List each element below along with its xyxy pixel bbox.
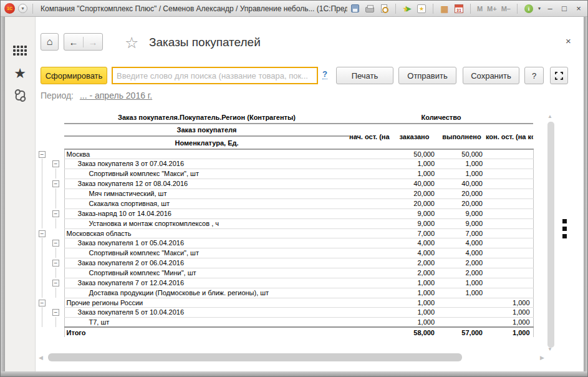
collapse-icon[interactable]: − [52,180,59,187]
report-row[interactable]: −Заказ покупателя 12 от 08.04.201640,000… [37,179,533,188]
report-row[interactable]: Скакалка спортивная, шт20,00020,000 [37,198,533,208]
memory-m-minus-button[interactable]: М– [501,5,511,12]
help-button[interactable]: ? [524,67,544,84]
cell-done: 20,000 [438,188,486,198]
cell-ordered: 50,000 [391,149,438,159]
collapse-icon[interactable]: − [52,160,59,167]
fullscreen-button[interactable] [550,67,568,84]
more-options-icon[interactable] [562,219,567,238]
vscroll-down-icon[interactable]: ▼ [547,346,552,352]
report-row[interactable]: Т7, шт1,0001,000 [37,317,533,327]
tree-connector [55,288,56,298]
cell-ordered: 4,000 [391,238,438,248]
tree-cell [37,248,51,258]
report-row[interactable]: −Заказ покупателя 7 от 12.04.20161,0001,… [37,278,533,288]
report-row[interactable]: −Московская область7,0007,000 [37,228,533,238]
cell-ordered: 20,000 [391,188,438,198]
collapse-icon[interactable]: − [52,309,59,316]
home-button[interactable]: ⌂ [41,33,59,51]
cell-start [349,149,391,159]
save-icon[interactable] [350,4,360,14]
vertical-scrollbar[interactable] [547,122,554,348]
back-icon[interactable]: ← [64,37,84,47]
cell-ordered: 9,000 [391,208,438,218]
collapse-icon[interactable]: − [52,280,59,286]
report-row[interactable]: −Заказ покупателя 3 от 07.04.20161,0001,… [37,159,533,169]
header-col-end: кон. ост. (на конец) [486,124,533,149]
collapse-icon[interactable]: − [39,230,46,237]
report-row[interactable]: Спортивный комплекс "Мини", шт2,0002,000 [37,268,533,278]
report-row[interactable]: −Заказ покупателя 1 от 05.04.20164,0004,… [37,238,533,248]
maximize-button[interactable]: □ [559,4,569,12]
calendar-icon[interactable]: 31 [454,4,464,14]
report-row[interactable]: −Заказ-наряд 10 от 14.04.20169,0009,000 [37,208,533,218]
forward-icon[interactable]: → [84,37,102,47]
row-label: Установка и монтаж спорткомплексов , ч [64,218,349,228]
cell-start [349,218,391,228]
application-window: 1С ▾ Компания "Спорткомплекс Плюс" / Сем… [0,0,588,377]
print-button[interactable]: Печать [336,67,393,84]
tree-connector [42,179,42,188]
form-close-icon[interactable]: × [566,36,571,46]
add-favorite-icon[interactable]: ➤ [402,4,412,14]
cell-start [349,159,391,169]
report-row[interactable]: Спортивный комплекс "Макси", шт1,0001,00… [37,169,533,179]
memory-m-plus-button[interactable]: М+ [487,5,497,12]
total-done: 57,000 [438,327,486,337]
search-input[interactable] [112,67,318,84]
vscroll-up-icon[interactable]: ▲ [547,114,552,119]
favorite-star-icon[interactable]: ☆ [125,34,138,52]
send-button[interactable]: Отправить [398,67,456,84]
calculator-icon[interactable]: ▦ [440,4,450,14]
tree-connector [42,169,42,179]
tree-connector [42,278,42,288]
print-icon[interactable] [365,4,375,14]
collapse-icon[interactable]: − [52,210,59,217]
favorites-icon[interactable]: ★ [417,4,427,14]
collapse-icon[interactable]: − [52,260,59,267]
print-preview-icon[interactable] [379,4,389,14]
cell-ordered: 1,000 [391,317,438,327]
report-row[interactable]: Спортивный комплекс "Макси", шт4,0004,00… [37,248,533,258]
collapse-icon[interactable]: − [39,151,46,158]
report-row[interactable]: −Прочие регионы России1,0001,000 [37,298,533,307]
search-help-link[interactable]: ? [322,69,327,79]
tree-cell [51,268,64,278]
system-menu-icon[interactable]: ▾ [18,4,27,13]
cell-end [486,169,533,179]
report-row[interactable]: −Москва50,00050,000 [37,149,533,159]
memory-m-button[interactable]: М [477,5,483,12]
period-link[interactable]: ... - апрель 2016 г. [80,91,152,100]
total-row[interactable]: Итого 58,000 57,000 1,000 [37,327,533,337]
tree-connector [55,188,56,198]
tree-cell: − [51,307,64,317]
report-row[interactable]: Мяч гимнастический, шт20,00020,000 [37,188,533,198]
hscroll-right-icon[interactable]: ▶ [540,355,544,361]
history-icon[interactable] [5,91,35,100]
page-title: Заказы покупателей [149,36,261,49]
collapse-icon[interactable]: − [39,300,46,306]
save-report-button[interactable]: Сохранить [463,67,519,84]
tree-connector [55,268,56,278]
close-button[interactable]: × [574,4,584,12]
report-row[interactable]: −Заказ покупателя 5 от 10.04.20161,0001,… [37,307,533,317]
titlebar-icons: ➤ ★ ▦ 31 М М+ М– i ▾ – □ × [350,4,584,14]
period-row: Период: ... - апрель 2016 г. [41,91,152,100]
cell-end [486,188,533,198]
horizontal-scrollbar[interactable] [48,353,462,361]
info-icon[interactable]: i [524,4,534,14]
report-row[interactable]: −Заказ покупателя 2 от 06.04.20162,0002,… [37,258,533,268]
generate-button[interactable]: Сформировать [41,67,107,84]
hscroll-left-icon[interactable]: ◀ [39,355,43,361]
row-label: Спортивный комплекс "Макси", шт [64,248,349,258]
sections-menu-icon[interactable] [5,46,35,56]
report-row[interactable]: Доставка продукции (Подмосковье и ближ. … [37,288,533,298]
header-group-column: Заказ покупателя.Покупатель.Регион (Конт… [64,112,349,124]
info-dropdown-icon[interactable]: ▾ [538,6,541,11]
minimize-button[interactable]: – [545,4,555,12]
cell-ordered: 2,000 [391,258,438,268]
favorites-sidebar-icon[interactable]: ★ [5,67,35,81]
report-row[interactable]: Установка и монтаж спорткомплексов , ч9,… [37,218,533,228]
cell-start [349,307,391,317]
collapse-icon[interactable]: − [52,240,59,247]
